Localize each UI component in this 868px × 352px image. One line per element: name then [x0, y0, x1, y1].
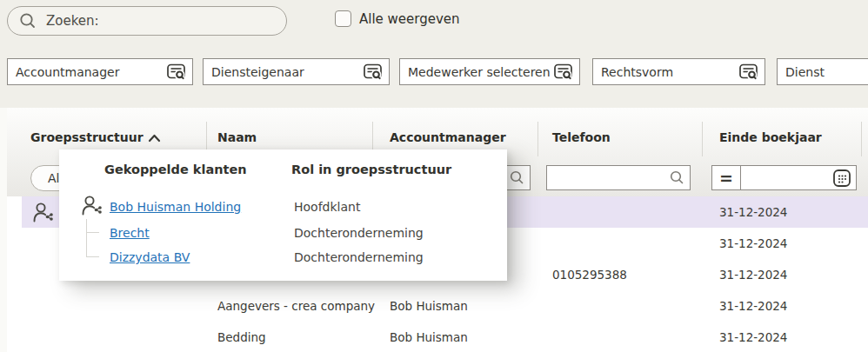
search-icon [18, 11, 37, 30]
search-icon [669, 169, 685, 186]
cell-einde-boekjaar: 31-12-2024 [719, 330, 787, 344]
cell-einde-boekjaar: 31-12-2024 [719, 268, 787, 282]
client-link[interactable]: Bob Huisman Holding [110, 200, 241, 214]
popup-header-role: Rol in groepsstructuur [291, 163, 451, 176]
table-left-gutter [0, 108, 7, 352]
show-all-label: Alle weergeven [359, 11, 460, 27]
filter-rechtsvorm[interactable]: Rechtsvorm [592, 58, 765, 85]
client-role: Dochteronderneming [294, 226, 424, 240]
filter-dienst[interactable]: Dienst [777, 58, 868, 85]
filter-diensteigenaar[interactable]: Diensteigenaar [203, 58, 390, 85]
cell-naam: Aangevers - crea company [217, 299, 375, 313]
column-header-accountmanager[interactable]: Accountmanager [390, 130, 506, 144]
filter-diensteigenaar-label: Diensteigenaar [211, 65, 304, 79]
client-link[interactable]: Brecht [110, 226, 150, 240]
cell-einde-boekjaar: 31-12-2024 [719, 236, 787, 250]
cell-einde-boekjaar: 31-12-2024 [719, 299, 787, 313]
filter-medewerker-label: Medewerker selecteren [408, 65, 551, 79]
column-header-einde-boekjaar[interactable]: Einde boekjaar [719, 130, 822, 144]
table-row[interactable]: Bedding Bob Huisman 31-12-2024 [7, 322, 868, 352]
column-divider [702, 122, 703, 156]
table-row[interactable]: Aangevers - crea company Bob Huisman 31-… [7, 290, 868, 322]
column-divider [861, 122, 862, 156]
telefoon-column-search[interactable] [546, 165, 691, 190]
group-structure-icon [80, 194, 103, 217]
column-header-naam[interactable]: Naam [217, 130, 257, 144]
sort-asc-icon[interactable] [148, 134, 161, 143]
column-header-telefoon[interactable]: Telefoon [552, 130, 611, 144]
cell-naam: Bedding [217, 330, 266, 344]
filter-dienst-label: Dienst [785, 65, 825, 79]
einde-boekjaar-operator-button[interactable]: = [711, 165, 741, 190]
search-icon [509, 169, 525, 186]
column-divider [537, 122, 538, 156]
cell-telefoon: 0105295388 [552, 268, 627, 282]
client-role: Dochteronderneming [294, 250, 424, 264]
client-role: Hoofdklant [294, 200, 360, 214]
client-link[interactable]: Dizzydata BV [110, 250, 190, 264]
filter-accountmanager-label: Accountmanager [16, 65, 119, 79]
tree-connector [86, 219, 99, 257]
group-structure-popup: Gekoppelde klanten Rol in groepsstructuu… [59, 149, 507, 281]
show-all-checkbox[interactable] [335, 10, 351, 27]
popup-header-linked-clients: Gekoppelde klanten [104, 163, 247, 176]
lookup-icon [363, 63, 384, 82]
search-placeholder: Zoeken: [46, 13, 99, 29]
cell-accountmanager: Bob Huisman [390, 299, 468, 313]
filter-medewerker[interactable]: Medewerker selecteren [399, 58, 580, 85]
calendar-icon[interactable] [831, 168, 852, 189]
search-input[interactable]: Zoeken: [7, 6, 287, 36]
einde-boekjaar-date-input[interactable] [740, 165, 857, 190]
lookup-icon [166, 63, 187, 82]
filter-rechtsvorm-label: Rechtsvorm [601, 65, 673, 79]
cell-accountmanager: Bob Huisman [390, 330, 468, 344]
clients-overview-page: Zoeken: Alle weergeven Accountmanager Di… [0, 0, 868, 352]
lookup-icon [553, 63, 574, 82]
equals-icon: = [719, 169, 733, 188]
group-structure-icon[interactable] [31, 201, 55, 224]
cell-einde-boekjaar: 31-12-2024 [719, 205, 787, 219]
lookup-icon [738, 63, 759, 82]
show-all-toggle: Alle weergeven [335, 10, 460, 27]
column-header-groepsstructuur[interactable]: Groepsstructuur [30, 130, 144, 144]
filter-accountmanager[interactable]: Accountmanager [7, 58, 193, 85]
